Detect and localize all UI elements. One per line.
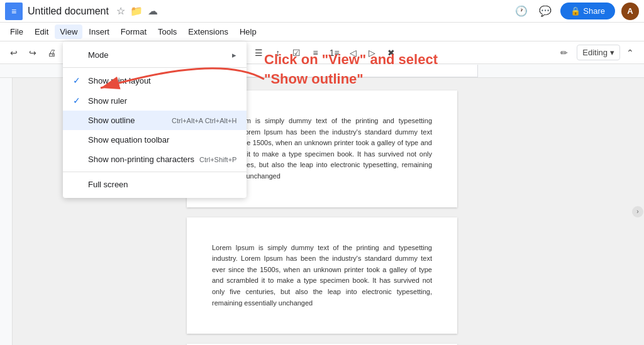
check-ruler: ✓: [73, 96, 83, 106]
star-icon[interactable]: ☆: [116, 5, 125, 17]
header-right: 🕐 💬 🔒 Share A: [513, 3, 639, 20]
align-button[interactable]: ☰: [250, 44, 268, 62]
doc-title[interactable]: Untitled document: [28, 6, 109, 17]
show-non-printing-shortcut: Ctrl+Shift+P: [199, 156, 236, 163]
checklist-button[interactable]: ☑: [288, 44, 306, 62]
menu-mode[interactable]: Mode ▸: [63, 45, 247, 65]
numbered-list-button[interactable]: 1≡: [326, 44, 343, 62]
print-button[interactable]: 🖨: [43, 44, 60, 62]
show-non-printing-label: Show non-printing characters: [88, 155, 194, 164]
show-equation-toolbar-label: Show equation toolbar: [88, 135, 169, 145]
menu-insert[interactable]: Insert: [84, 25, 114, 39]
left-margin: [0, 78, 13, 345]
share-button[interactable]: 🔒 Share: [560, 3, 615, 19]
show-outline-label: Show outline: [88, 116, 135, 125]
redo-button[interactable]: ↪: [24, 44, 42, 62]
menu-show-outline[interactable]: Show outline Ctrl+Alt+A Ctrl+Alt+H: [63, 111, 247, 130]
history-icon[interactable]: 🕐: [513, 3, 530, 20]
menu-tools[interactable]: Tools: [153, 25, 182, 39]
paragraph-2: Lorem Ipsum is simply dummy text of the …: [212, 243, 432, 309]
title-bar: Untitled document ☆ 📁 ☁ 🕐 💬 🔒 Share A: [0, 0, 644, 23]
menu-full-screen[interactable]: Full screen: [63, 175, 247, 194]
menu-edit[interactable]: Edit: [30, 25, 53, 39]
scroll-arrow[interactable]: ›: [632, 206, 643, 217]
menu-divider-2: [63, 172, 247, 172]
menu-format[interactable]: Format: [116, 25, 152, 39]
mode-label: Mode: [88, 50, 109, 60]
menu-show-non-printing[interactable]: Show non-printing characters Ctrl+Shift+…: [63, 150, 247, 169]
bullet-list-button[interactable]: ≡: [307, 44, 325, 62]
edit-icon[interactable]: ✏: [555, 44, 573, 62]
editing-mode-selector[interactable]: Editing ▾: [577, 45, 620, 60]
title-bar-actions: ☆ 📁 ☁: [116, 5, 158, 17]
menu-bar: File Edit View Insert Format Tools Exten…: [0, 23, 644, 41]
decrease-indent-button[interactable]: ◁: [345, 44, 362, 62]
avatar[interactable]: A: [621, 3, 639, 20]
ruler-inner: [208, 65, 478, 77]
view-dropdown-menu: Mode ▸ ✓ Show print layout ✓ Show ruler …: [63, 41, 247, 198]
cloud-icon[interactable]: ☁: [148, 5, 158, 17]
show-ruler-label: Show ruler: [88, 96, 127, 106]
folder-icon[interactable]: 📁: [130, 5, 143, 17]
menu-divider-1: [63, 67, 247, 68]
check-print-layout: ✓: [73, 75, 83, 85]
menu-show-ruler[interactable]: ✓ Show ruler: [63, 90, 247, 111]
menu-extensions[interactable]: Extensions: [183, 25, 233, 39]
arrow-icon: ▸: [232, 50, 236, 60]
line-spacing-button[interactable]: ↕: [269, 44, 287, 62]
show-outline-shortcut: Ctrl+Alt+A Ctrl+Alt+H: [172, 117, 236, 124]
menu-help[interactable]: Help: [235, 25, 262, 39]
menu-show-print-layout[interactable]: ✓ Show print layout: [63, 70, 247, 90]
doc-icon: [5, 3, 23, 20]
doc-page-2: Lorem Ipsum is simply dummy text of the …: [187, 217, 457, 334]
chevron-down-icon: ▾: [610, 48, 614, 57]
chat-icon[interactable]: 💬: [536, 3, 554, 20]
full-screen-label: Full screen: [88, 180, 128, 189]
show-print-layout-label: Show print layout: [88, 76, 151, 85]
editing-label: Editing: [582, 48, 608, 57]
lock-icon: 🔒: [570, 6, 580, 16]
menu-show-equation-toolbar[interactable]: Show equation toolbar: [63, 130, 247, 150]
increase-indent-button[interactable]: ▷: [364, 44, 381, 62]
expand-button[interactable]: ⌃: [621, 44, 639, 62]
menu-view[interactable]: View: [55, 25, 82, 39]
undo-button[interactable]: ↩: [5, 44, 23, 62]
clear-formatting-button[interactable]: ✖: [382, 44, 400, 62]
menu-file[interactable]: File: [5, 25, 28, 39]
right-panel: ›: [631, 78, 644, 345]
